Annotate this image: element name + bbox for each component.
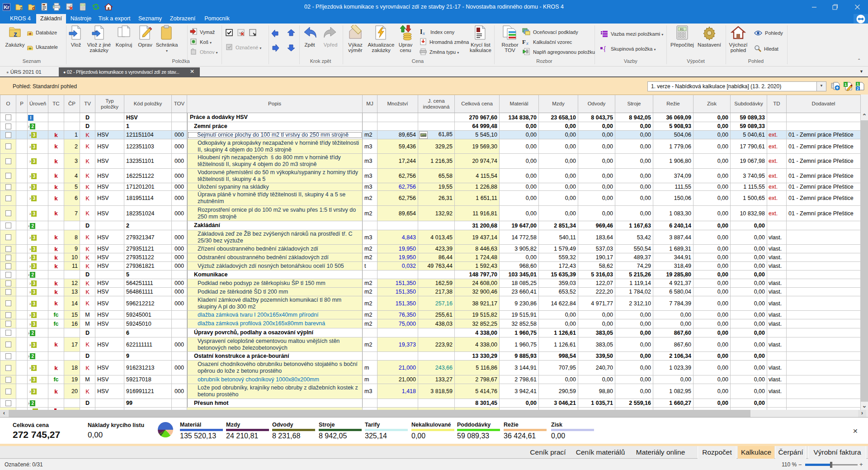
svg-text:u: u bbox=[29, 46, 31, 50]
svg-text:F: F bbox=[522, 38, 526, 45]
svg-text:01: 01 bbox=[680, 28, 684, 31]
svg-text:z: z bbox=[20, 6, 22, 11]
svg-text:z: z bbox=[14, 30, 17, 38]
svg-text:2: 2 bbox=[857, 86, 859, 91]
svg-text:x: x bbox=[422, 30, 425, 35]
svg-text:{: { bbox=[604, 45, 606, 52]
svg-text:d: d bbox=[29, 32, 31, 36]
svg-text:d: d bbox=[32, 6, 35, 11]
svg-text:1: 1 bbox=[857, 82, 859, 86]
svg-text:1: 1 bbox=[844, 82, 847, 87]
svg-text:I: I bbox=[420, 28, 422, 35]
svg-text:x: x bbox=[526, 40, 528, 45]
